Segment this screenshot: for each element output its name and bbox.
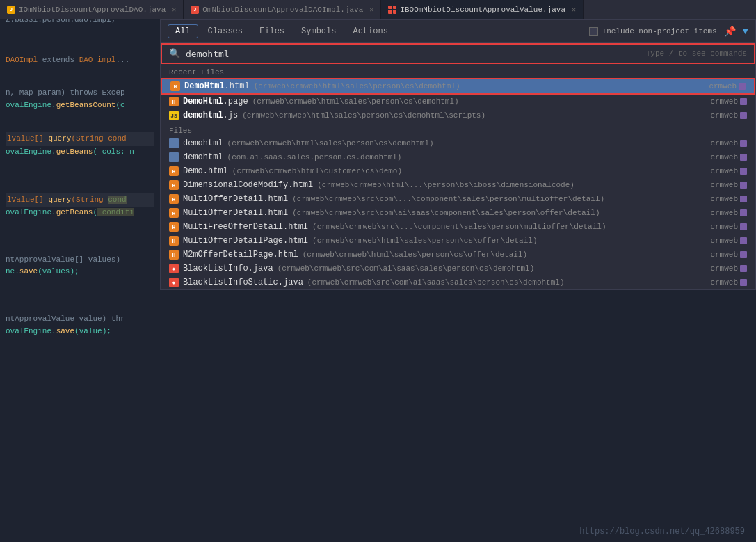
result-path: (crmweb\crmweb\html\sales\person\cs\demo… — [254, 82, 460, 90]
result-path: (crmweb\crmweb\html\sales\person\cs\demo… — [227, 139, 434, 148]
result-item[interactable]: ♦ BlackListInfo.java (crmweb\crmweb\src\… — [161, 262, 755, 276]
tab-close-iom[interactable]: ✕ — [172, 6, 176, 14]
result-path: (crmweb\crmweb\src\com\...\component\sal… — [292, 195, 604, 203]
result-name: DemoHtml.html — [184, 81, 250, 91]
tab-close-omnbiot[interactable]: ✕ — [369, 6, 373, 14]
include-non-project-area: Include non-project items 📌 ▼ — [589, 26, 748, 38]
project-badge-icon — [740, 209, 747, 216]
search-overlay: All Classes Files Symbols Actions Includ… — [160, 19, 756, 290]
tab-bar: J IOmNbiotDiscountApprovalDAO.java ✕ J O… — [0, 0, 756, 19]
result-project: crmweb — [710, 250, 747, 259]
include-non-project-label: Include non-project items — [602, 27, 717, 35]
result-item[interactable]: ♦ BlackListInfoStatic.java (crmweb\crmwe… — [161, 276, 755, 289]
html-icon: H — [169, 166, 179, 176]
result-name: BlackListInfoStatic.java — [183, 278, 303, 287]
result-path: (crmweb\crmweb\src\com\ai\saas\component… — [292, 209, 600, 217]
filter-icon[interactable]: ▼ — [743, 26, 748, 37]
java-icon-small: ♦ — [169, 278, 179, 287]
project-badge-icon — [740, 196, 747, 202]
result-project: crmweb — [710, 139, 747, 148]
result-project: crmweb — [710, 237, 747, 245]
result-name: MultiOfferDetailPage.html — [183, 236, 308, 246]
result-item[interactable]: demohtml (crmweb\crmweb\html\sales\perso… — [161, 136, 755, 150]
project-badge-icon — [740, 154, 747, 161]
result-project: crmweb — [710, 167, 747, 175]
project-badge-icon — [739, 83, 746, 90]
result-project: crmweb — [710, 195, 747, 203]
filter-tab-classes[interactable]: Classes — [201, 25, 250, 38]
html-icon: H — [169, 222, 179, 232]
result-item[interactable]: H DemoHtml.page (crmweb\crmweb\html\sale… — [161, 95, 755, 109]
result-name: Demo.html — [183, 166, 228, 176]
result-name: demohtml — [183, 152, 223, 162]
result-item[interactable]: H MultiOfferDetail.html (crmweb\crmweb\s… — [161, 206, 755, 220]
tab-iboo[interactable]: IBOOmNbiotDiscountApprovalValue.java ✕ — [381, 0, 584, 19]
filter-tab-actions[interactable]: Actions — [346, 25, 394, 38]
result-item[interactable]: H MultiOfferDetailPage.html (crmweb\crmw… — [161, 234, 755, 248]
project-badge-icon — [740, 98, 747, 105]
folder-icon — [169, 138, 179, 148]
result-project: crmweb — [710, 223, 747, 231]
project-badge-icon — [740, 140, 747, 147]
project-badge-icon — [740, 112, 747, 119]
result-item[interactable]: JS demohtml.js (crmweb\crmweb\html\sales… — [161, 109, 755, 122]
result-name: MultiOfferDetail.html — [183, 208, 288, 218]
search-input[interactable] — [186, 49, 646, 59]
result-project: crmweb — [710, 97, 747, 106]
result-item[interactable]: H MultiOfferDetail.html (crmweb\crmweb\s… — [161, 192, 755, 206]
include-non-project-checkbox[interactable] — [589, 27, 598, 36]
result-item[interactable]: H DemoHtml.html (crmweb\crmweb\html\sale… — [161, 78, 755, 95]
result-path: (crmweb\crmweb\src\com\ai\saas\sales\per… — [278, 264, 535, 273]
result-name: M2mOfferDetailPage.html — [183, 250, 298, 260]
result-item[interactable]: demohtml (com.ai.saas.sales.person.cs.de… — [161, 150, 755, 164]
result-path: (com.ai.saas.sales.person.cs.demohtml) — [227, 153, 402, 161]
result-path: (crmweb\crmweb\html\sales\person\cs\demo… — [252, 97, 459, 106]
result-path: (crmweb\crmweb\html\sales\person\cs\offe… — [312, 237, 537, 245]
watermark: https://blog.csdn.net/qq_42688959 — [579, 527, 745, 536]
html-icon: H — [170, 81, 180, 91]
project-badge-icon — [740, 279, 747, 286]
result-project: crmweb — [710, 181, 747, 189]
filter-tab-symbols[interactable]: Symbols — [294, 25, 343, 38]
result-path: (crmweb\crmweb\html\sales\person\cs\offe… — [303, 250, 527, 259]
result-item[interactable]: H M2mOfferDetailPage.html (crmweb\crmweb… — [161, 248, 755, 262]
result-path: (crmweb\crmweb\html\customer\cs\demo) — [232, 167, 402, 175]
result-item[interactable]: H DimensionalCodeModify.html (crmweb\crm… — [161, 178, 755, 192]
html-icon: H — [169, 180, 179, 190]
result-project: crmweb — [710, 264, 747, 273]
search-input-row: 🔍 Type / to see commands — [161, 43, 755, 64]
result-item[interactable]: H MultiFreeOfferDetail.html (crmweb\crmw… — [161, 220, 755, 234]
pin-icon[interactable]: 📌 — [724, 26, 736, 38]
filter-tab-all[interactable]: All — [168, 24, 198, 38]
tab-close-iboo[interactable]: ✕ — [572, 6, 576, 14]
result-name: MultiFreeOfferDetail.html — [183, 222, 308, 232]
result-item[interactable]: H Demo.html (crmweb\crmweb\html\customer… — [161, 164, 755, 178]
result-name: DimensionalCodeModify.html — [183, 180, 313, 190]
result-project: crmweb — [710, 209, 747, 217]
project-badge-icon — [740, 265, 747, 272]
java-icon-small: ♦ — [169, 264, 179, 273]
project-badge-icon — [740, 237, 747, 244]
recent-files-header: Recent Files — [161, 65, 755, 78]
java2-icon: J — [191, 6, 199, 14]
tab-iom[interactable]: J IOmNbiotDiscountApprovalDAO.java ✕ — [0, 0, 184, 19]
result-project: crmweb — [710, 153, 747, 161]
result-name: demohtml — [183, 138, 223, 148]
java-icon: J — [7, 6, 15, 14]
result-project: crmweb — [710, 278, 747, 287]
project-badge-icon — [740, 168, 747, 175]
tab-label-iom: IOmNbiotDiscountApprovalDAO.java — [19, 6, 166, 14]
tab-label-omnbiot: OmNbiotDiscountApprovalDAOImpl.java — [202, 6, 363, 14]
filter-tabs-row: All Classes Files Symbols Actions Includ… — [161, 20, 755, 43]
result-name: BlackListInfo.java — [183, 264, 273, 273]
html-icon: H — [169, 194, 179, 204]
html-icon: H — [169, 250, 179, 260]
html-icon: H — [169, 97, 179, 106]
code-background: z.bassi.person.dao.impl; DAOImpl extends… — [0, 0, 160, 542]
result-name: MultiOfferDetail.html — [183, 194, 288, 204]
result-project: crmweb — [710, 111, 747, 120]
filter-tab-files[interactable]: Files — [252, 25, 291, 38]
tab-omnbiot[interactable]: J OmNbiotDiscountApprovalDAOImpl.java ✕ — [184, 0, 381, 19]
result-path: (crmweb\crmweb\src\com\ai\saas\sales\per… — [307, 278, 565, 287]
project-badge-icon — [740, 251, 747, 258]
